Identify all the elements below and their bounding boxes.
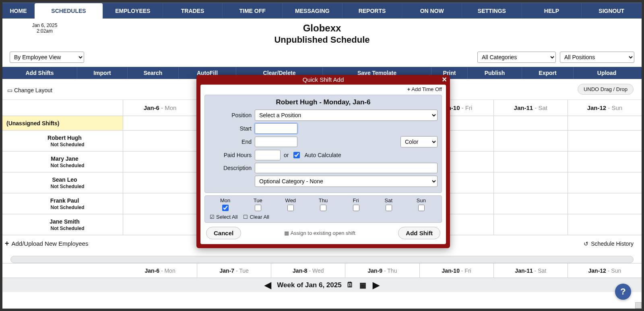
description-input[interactable]: [255, 163, 438, 173]
day-check-thu[interactable]: [320, 205, 326, 211]
day-header-mon[interactable]: Jan-6 - Mon: [123, 100, 197, 116]
day-header-sat[interactable]: Jan-11 - Sat: [494, 100, 568, 116]
cancel-button[interactable]: Cancel: [206, 227, 241, 239]
days-repeat-panel: Mon Tue Wed Thu Fri Sat Sun: [204, 195, 442, 223]
unassigned-cell[interactable]: [568, 116, 642, 130]
employee-label[interactable]: Jane Smith Not Scheduled: [2, 214, 123, 235]
day-footer-row: Jan-6 - Mon Jan-7 - Tue Jan-8 - Wed Jan-…: [2, 263, 642, 278]
title-bar: Jan 6, 2025 2:02am Globexx Unpublished S…: [2, 19, 642, 49]
modal-footer: Cancel ▦ Assign to existing open shift A…: [200, 223, 446, 244]
add-employees-link[interactable]: + Add/Upload New Employees: [3, 235, 90, 252]
unassigned-label: (Unassigned Shifts): [2, 116, 123, 130]
employee-label[interactable]: Mary Jane Not Scheduled: [2, 151, 123, 172]
day-check-fri[interactable]: [353, 205, 359, 211]
schedule-history-link[interactable]: ↺ Schedule History: [584, 235, 634, 252]
shift-cell[interactable]: [123, 151, 197, 172]
add-shift-button[interactable]: Add Shift: [398, 227, 440, 239]
week-nav: ◀ Week of Jan 6, 2025 🗓 ▦ ▶: [2, 278, 642, 292]
shift-cell[interactable]: [568, 193, 642, 214]
help-fab[interactable]: ?: [615, 284, 631, 300]
day-check-sat[interactable]: [386, 205, 392, 211]
day-footer-fri[interactable]: Jan-10 - Fri: [420, 263, 494, 278]
end-time-input[interactable]: [255, 137, 297, 147]
start-time-input[interactable]: [255, 123, 297, 134]
paid-hours-input[interactable]: [255, 150, 281, 160]
category-select[interactable]: All Categories: [477, 52, 556, 63]
nav-schedules[interactable]: SCHEDULES: [35, 3, 103, 19]
view-select[interactable]: By Employee View: [10, 52, 84, 63]
clear-all-link[interactable]: ☐Clear All: [243, 214, 269, 220]
day-check-wed[interactable]: [287, 205, 294, 211]
week-prev-icon[interactable]: ◀: [263, 280, 273, 290]
shift-cell[interactable]: [494, 151, 568, 172]
modal-close-icon[interactable]: ×: [442, 75, 447, 84]
unassigned-cell[interactable]: [123, 116, 197, 130]
action-import[interactable]: Import: [77, 67, 128, 79]
add-time-off-link[interactable]: + Add Time Off: [200, 85, 446, 93]
action-upload[interactable]: Upload: [574, 67, 640, 79]
undo-drag-drop-button[interactable]: UNDO Drag / Drop: [578, 84, 634, 95]
shift-cell[interactable]: [123, 214, 197, 235]
day-footer-thu[interactable]: Jan-9 - Thu: [345, 263, 419, 278]
color-select[interactable]: Color: [400, 136, 438, 147]
nav-employees[interactable]: EMPLOYEES: [103, 3, 163, 19]
action-export[interactable]: Export: [522, 67, 574, 79]
assign-existing-link[interactable]: ▦ Assign to existing open shift: [284, 230, 355, 236]
scrollbar-corner[interactable]: [635, 302, 642, 309]
shift-cell[interactable]: [568, 151, 642, 172]
action-search[interactable]: Search: [128, 67, 179, 79]
day-footer-sun[interactable]: Jan-12 - Sun: [568, 263, 642, 278]
calendar-day-icon[interactable]: 🗓: [346, 281, 355, 289]
position-select[interactable]: All Positions: [560, 52, 634, 63]
shift-cell[interactable]: [568, 214, 642, 235]
day-check-sun[interactable]: [418, 205, 425, 211]
nav-timeoff[interactable]: TIME OFF: [223, 3, 283, 19]
shift-cell[interactable]: [494, 172, 568, 193]
nav-messaging[interactable]: MESSAGING: [283, 3, 343, 19]
day-footer-tue[interactable]: Jan-7 - Tue: [197, 263, 271, 278]
history-icon: ↺: [584, 241, 588, 247]
quick-shift-add-modal: Quick Shift Add × + Add Time Off Robert …: [196, 75, 450, 248]
day-check-tue[interactable]: [255, 205, 261, 211]
category-select-modal[interactable]: Optional Category - None: [255, 176, 438, 187]
week-label: Week of Jan 6, 2025: [277, 281, 341, 289]
day-check-mon[interactable]: [222, 205, 229, 211]
label-auto-calc: Auto Calculate: [304, 152, 341, 158]
action-add-shifts[interactable]: Add Shifts: [2, 67, 77, 79]
position-select-modal[interactable]: Select a Position: [255, 110, 438, 121]
calendar-grid-icon[interactable]: ▦: [359, 281, 367, 290]
auto-calculate-checkbox[interactable]: [293, 152, 300, 158]
employee-label[interactable]: Robert Hugh Not Scheduled: [2, 131, 123, 151]
day-footer-wed[interactable]: Jan-8 - Wed: [271, 263, 345, 278]
shift-cell[interactable]: [568, 131, 642, 151]
select-all-link[interactable]: ☑Select All: [210, 214, 237, 220]
employee-label[interactable]: Frank Paul Not Scheduled: [2, 193, 123, 214]
nav-signout[interactable]: SIGNOUT: [582, 3, 642, 19]
time-scrubber[interactable]: [10, 256, 634, 263]
shift-cell[interactable]: [494, 131, 568, 151]
day-header-sun[interactable]: Jan-12 - Sun: [568, 100, 642, 116]
employee-label[interactable]: Sean Leo Not Scheduled: [2, 172, 123, 193]
week-next-icon[interactable]: ▶: [371, 280, 381, 290]
nav-trades[interactable]: TRADES: [163, 3, 223, 19]
nav-settings[interactable]: SETTINGS: [462, 3, 522, 19]
unassigned-cell[interactable]: [494, 116, 568, 130]
nav-home[interactable]: HOME: [2, 3, 35, 19]
action-publish[interactable]: Publish: [468, 67, 522, 79]
nav-onnow[interactable]: ON NOW: [402, 3, 462, 19]
shift-cell[interactable]: [123, 193, 197, 214]
shift-cell[interactable]: [494, 214, 568, 235]
day-footer-mon[interactable]: Jan-6 - Mon: [123, 263, 197, 278]
nav-reports[interactable]: REPORTS: [343, 3, 402, 19]
shift-cell[interactable]: [494, 193, 568, 214]
shift-cell[interactable]: [123, 131, 197, 151]
change-layout-link[interactable]: ▭ Change Layout: [7, 87, 52, 93]
shift-cell[interactable]: [568, 172, 642, 193]
shift-cell[interactable]: [123, 172, 197, 193]
grid-icon: ▦: [284, 230, 289, 236]
nav-help[interactable]: HELP: [522, 3, 582, 19]
label-description: Description: [209, 165, 252, 171]
page-subtitle: Unpublished Schedule: [2, 35, 642, 45]
timestamp: Jan 6, 2025 2:02am: [19, 23, 71, 34]
day-footer-sat[interactable]: Jan-11 - Sat: [494, 263, 568, 278]
